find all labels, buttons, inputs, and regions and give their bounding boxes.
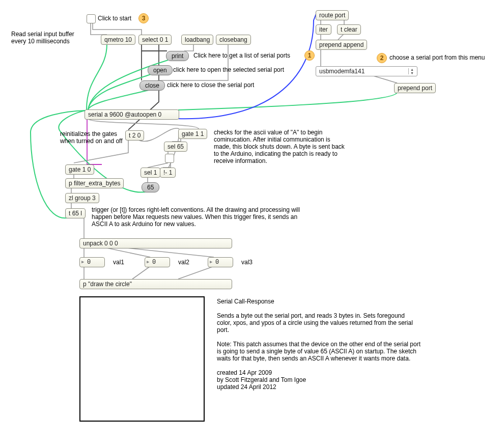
- not1-object[interactable]: !- 1: [160, 168, 176, 178]
- open-msg[interactable]: open: [148, 65, 173, 75]
- reinit-comment: reinitializes the gates when turned on a…: [60, 130, 123, 145]
- step-1-bubble: 1: [304, 50, 315, 61]
- prepend-append-object[interactable]: prepend append: [316, 40, 367, 50]
- desc-title: Serial Call-Response: [217, 298, 274, 305]
- val3-label: val3: [241, 259, 253, 266]
- val3-numbox[interactable]: 0: [208, 257, 233, 267]
- tclear-object[interactable]: t clear: [337, 24, 361, 35]
- chevron-updown-icon: ▲▼: [410, 68, 414, 75]
- sel65-object[interactable]: sel 65: [164, 142, 187, 152]
- gate11-object[interactable]: gate 1 1: [178, 129, 207, 139]
- routeport-object[interactable]: route port: [316, 10, 349, 20]
- sel1-object[interactable]: sel 1: [141, 168, 160, 178]
- msg-65[interactable]: 65: [142, 182, 159, 192]
- zlgroup-object[interactable]: zl group 3: [65, 193, 99, 203]
- ascii-a-toggle[interactable]: [165, 154, 174, 163]
- description-block: Serial Call-Response Sends a byte out th…: [217, 298, 421, 391]
- start-toggle[interactable]: [87, 14, 96, 23]
- desc-p2: Note: This patch assumes that the device…: [217, 341, 421, 362]
- ascii-a-comment: checks for the ascii value of "A" to beg…: [214, 129, 346, 164]
- step-3-bubble: 3: [138, 13, 149, 23]
- val1-numbox[interactable]: 0: [79, 257, 105, 267]
- close-help-comment: click here to close the serial port: [167, 81, 254, 89]
- click-to-start-label: Click to start: [98, 15, 131, 22]
- open-help-comment: click here to open the selected serial p…: [173, 66, 284, 73]
- close-msg[interactable]: close: [139, 80, 165, 91]
- filter-subpatch[interactable]: p filter_extra_bytes: [65, 178, 124, 188]
- t65l-object[interactable]: t 65 l: [65, 208, 86, 218]
- qmetro-object[interactable]: qmetro 10: [101, 35, 135, 45]
- iter-object[interactable]: iter: [316, 24, 331, 35]
- print-msg[interactable]: print: [166, 51, 189, 61]
- val2-numbox[interactable]: 0: [145, 257, 170, 267]
- trigger-comment: trigger (or [t]) forces right-left conve…: [92, 206, 311, 228]
- val1-label: val1: [113, 259, 124, 266]
- gate10-object[interactable]: gate 1 0: [65, 164, 94, 175]
- draw-circle-subpatch[interactable]: p "draw the circle": [79, 279, 232, 289]
- val2-label: val2: [178, 259, 189, 266]
- read-serial-comment: Read serial input buffer every 10 millis…: [11, 31, 74, 45]
- closebang-object[interactable]: closebang: [216, 35, 251, 45]
- step-2-bubble: 2: [377, 53, 387, 63]
- unpack-object[interactable]: unpack 0 0 0: [79, 238, 232, 248]
- desc-p1: Sends a byte out the serial port, and re…: [217, 312, 413, 334]
- max-patch: Click to start 3 Read serial input buffe…: [0, 0, 504, 444]
- serial-object[interactable]: serial a 9600 @autoopen 0: [85, 109, 179, 120]
- output-display-panel: [79, 296, 205, 422]
- prepend-port-object[interactable]: prepend port: [394, 83, 436, 93]
- t20-object[interactable]: t 2 0: [125, 130, 144, 141]
- print-help-comment: Click here to get a list of serial ports: [193, 52, 290, 59]
- choose-serial-comment: choose a serial port from this menu: [389, 54, 485, 61]
- loadbang-object[interactable]: loadbang: [181, 35, 213, 45]
- select-object[interactable]: select 0 1: [138, 35, 172, 45]
- serial-port-umenu[interactable]: usbmodemfa141 ▲▼: [316, 66, 417, 76]
- desc-p3: created 14 Apr 2009 by Scott Fitzgerald …: [217, 369, 306, 391]
- umenu-selected: usbmodemfa141: [319, 68, 365, 75]
